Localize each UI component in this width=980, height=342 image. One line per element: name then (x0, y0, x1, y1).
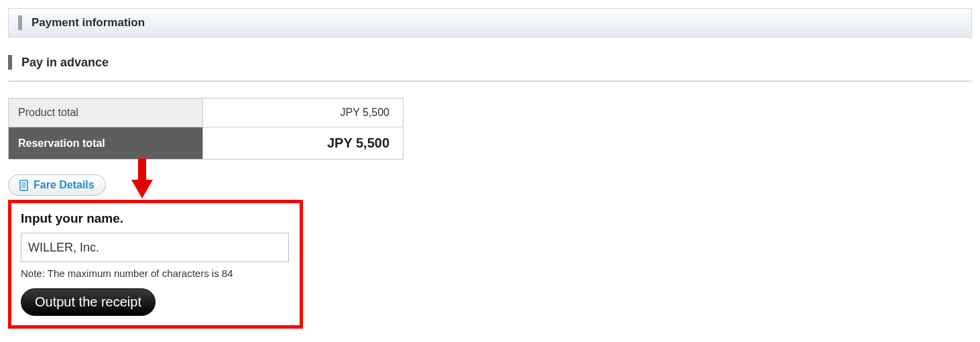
name-input-note: Note: The maximum number of characters i… (21, 268, 290, 279)
output-receipt-button[interactable]: Output the receipt (21, 288, 156, 316)
product-total-value: JPY 5,500 (203, 99, 404, 127)
name-input[interactable] (21, 233, 289, 262)
fare-details-button[interactable]: Fare Details (8, 174, 106, 196)
table-row: Product total JPY 5,500 (9, 99, 404, 127)
svg-marker-5 (131, 180, 153, 198)
product-total-label: Product total (9, 99, 203, 127)
pay-in-advance-header: Pay in advance (8, 55, 972, 82)
accent-bar (8, 55, 12, 70)
accent-bar (18, 15, 22, 30)
receipt-box: Input your name. Note: The maximum numbe… (8, 200, 303, 329)
fare-details-label: Fare Details (34, 179, 95, 191)
reservation-total-label: Reservation total (9, 127, 203, 160)
reservation-total-value: JPY 5,500 (203, 127, 404, 160)
table-row: Reservation total JPY 5,500 (9, 127, 404, 160)
payment-info-title: Payment information (32, 16, 145, 30)
payment-info-header: Payment information (8, 8, 972, 38)
totals-table: Product total JPY 5,500 Reservation tota… (8, 98, 404, 160)
svg-rect-4 (138, 158, 146, 181)
down-arrow-icon (131, 158, 151, 198)
document-icon (19, 180, 29, 191)
name-input-label: Input your name. (21, 211, 290, 226)
pay-in-advance-title: Pay in advance (21, 56, 109, 70)
